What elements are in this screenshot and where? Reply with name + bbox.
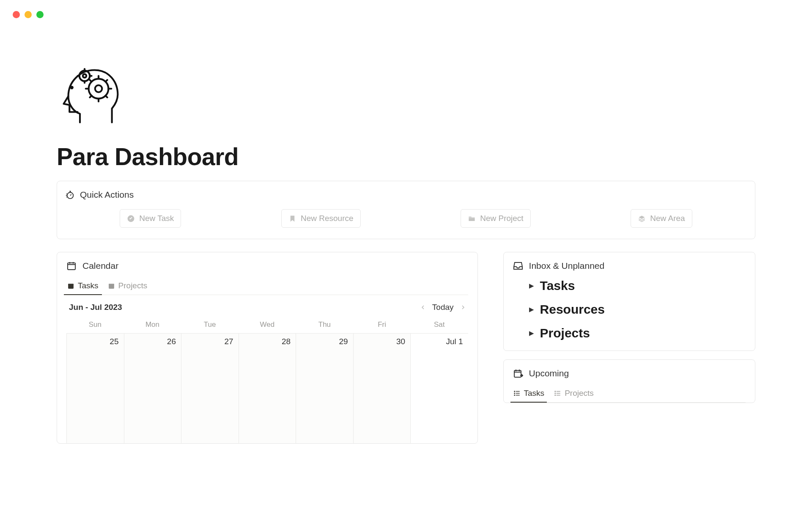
upcoming-tabs: Tasks Projects (513, 386, 746, 403)
new-task-button[interactable]: New Task (120, 209, 181, 228)
svg-point-43 (514, 391, 515, 392)
calendar-day-headers: Sun Mon Tue Wed Thu Fri Sat (66, 318, 468, 333)
calendar-grid: 25 26 27 28 29 30 Jul 1 (66, 333, 468, 443)
check-circle-icon (127, 215, 135, 223)
svg-rect-54 (557, 395, 560, 396)
svg-rect-25 (68, 263, 75, 270)
calendar-cell[interactable]: 28 (239, 334, 296, 443)
window-controls (0, 0, 812, 18)
tab-label: Tasks (524, 389, 545, 398)
svg-rect-52 (557, 393, 560, 394)
calendar-cell[interactable]: 25 (67, 334, 124, 443)
new-project-button[interactable]: New Project (461, 209, 530, 228)
tab-label: Projects (565, 389, 594, 398)
calendar-cell[interactable]: 27 (181, 334, 239, 443)
day-header: Sat (411, 320, 468, 329)
button-label: New Project (480, 214, 523, 223)
tab-tasks[interactable]: Tasks (66, 278, 99, 295)
calendar-card: Calendar Tasks Projects Jun - Jul 2023 (57, 252, 478, 444)
inbox-title: Inbox & Unplanned (529, 261, 605, 271)
list-icon (513, 389, 521, 397)
list-icon (554, 389, 561, 397)
svg-line-9 (90, 96, 91, 97)
upcoming-tab-projects[interactable]: Projects (554, 386, 594, 402)
svg-point-53 (554, 395, 556, 396)
upcoming-title: Upcoming (529, 368, 569, 378)
svg-point-0 (71, 87, 73, 88)
date-label: 29 (339, 337, 348, 346)
day-header: Tue (181, 320, 239, 329)
calendar-today-button[interactable]: Today (432, 303, 454, 312)
calendar-next-icon (513, 368, 523, 378)
calendar-cell[interactable]: 29 (296, 334, 354, 443)
quick-actions-header: Quick Actions (66, 190, 746, 200)
calendar-small-icon (67, 282, 74, 290)
calendar-cell[interactable]: 30 (354, 334, 411, 443)
svg-point-12 (83, 74, 86, 77)
inbox-icon (513, 261, 523, 271)
quick-actions-title: Quick Actions (80, 190, 134, 200)
toggle-label: Tasks (540, 279, 575, 293)
svg-rect-39 (514, 370, 521, 377)
day-header: Fri (353, 320, 411, 329)
button-label: New Area (650, 214, 685, 223)
day-header: Thu (296, 320, 354, 329)
new-area-button[interactable]: New Area (631, 209, 692, 228)
tab-projects[interactable]: Projects (107, 278, 148, 295)
date-label: Jul 1 (446, 337, 463, 346)
maximize-window-icon[interactable] (36, 11, 44, 18)
quick-actions-card: Quick Actions New Task New Resource New … (57, 181, 755, 239)
toggle-label: Resources (540, 302, 605, 317)
svg-point-47 (514, 395, 515, 396)
head-gear-icon (57, 58, 126, 128)
calendar-title: Calendar (82, 261, 118, 271)
upcoming-tab-tasks[interactable]: Tasks (513, 386, 545, 402)
day-header: Sun (66, 320, 124, 329)
calendar-header: Calendar (66, 261, 468, 276)
triangle-right-icon: ▶ (529, 306, 534, 313)
svg-rect-50 (557, 391, 560, 392)
svg-point-45 (514, 393, 515, 394)
inbox-card: Inbox & Unplanned ▶ Tasks ▶ Resources ▶ … (503, 252, 755, 351)
svg-rect-46 (516, 393, 519, 394)
button-label: New Resource (301, 214, 354, 223)
svg-rect-44 (516, 391, 519, 392)
button-label: New Task (139, 214, 174, 223)
calendar-icon (66, 261, 77, 271)
date-label: 30 (396, 337, 405, 346)
svg-point-49 (554, 391, 556, 392)
toggle-projects[interactable]: ▶ Projects (529, 326, 746, 340)
date-label: 28 (282, 337, 291, 346)
svg-point-2 (95, 85, 102, 92)
svg-rect-36 (68, 284, 74, 285)
tab-label: Tasks (78, 281, 99, 290)
svg-line-8 (106, 96, 107, 97)
svg-line-7 (90, 80, 91, 82)
calendar-month-label: Jun - Jul 2023 (69, 303, 122, 312)
inbox-header: Inbox & Unplanned (513, 261, 746, 276)
svg-line-10 (106, 80, 107, 82)
layers-icon (638, 215, 646, 223)
calendar-prev-button[interactable] (420, 304, 426, 311)
page-title: Para Dashboard (57, 143, 755, 171)
date-label: 27 (224, 337, 233, 346)
calendar-small-icon (108, 282, 115, 290)
svg-point-51 (554, 393, 556, 394)
close-window-icon[interactable] (13, 11, 20, 18)
minimize-window-icon[interactable] (25, 11, 32, 18)
svg-line-18 (70, 194, 71, 196)
date-label: 25 (110, 337, 118, 346)
svg-rect-48 (516, 395, 519, 396)
new-resource-button[interactable]: New Resource (281, 209, 361, 228)
tab-label: Projects (118, 281, 148, 290)
toggle-resources[interactable]: ▶ Resources (529, 302, 746, 317)
toggle-label: Projects (540, 326, 590, 340)
folder-icon (468, 215, 476, 223)
calendar-next-button[interactable] (460, 304, 466, 311)
toggle-tasks[interactable]: ▶ Tasks (529, 279, 746, 293)
svg-rect-38 (109, 284, 114, 285)
day-header: Mon (124, 320, 181, 329)
triangle-right-icon: ▶ (529, 329, 534, 337)
calendar-cell-today[interactable]: Jul 1 (411, 334, 468, 443)
calendar-cell[interactable]: 26 (124, 334, 182, 443)
